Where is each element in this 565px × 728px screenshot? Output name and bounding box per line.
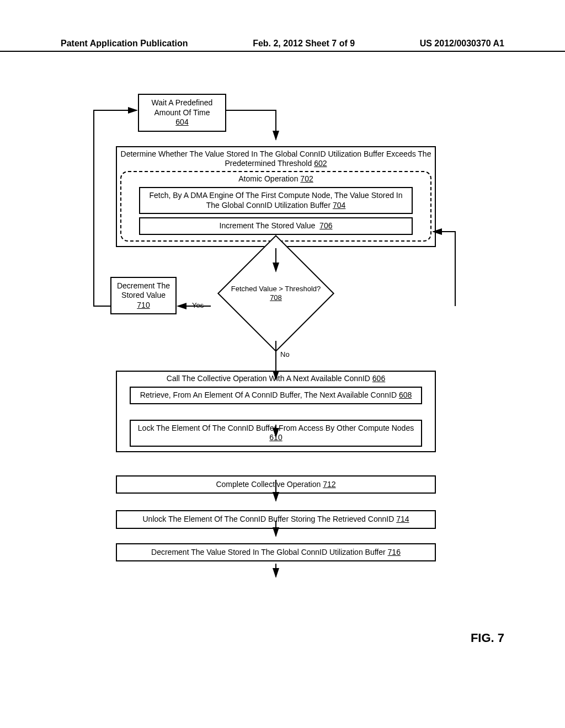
flowchart: Wait A Predefined Amount Of Time 604 Det…	[116, 94, 436, 561]
edge-label-no: No	[280, 350, 290, 358]
decision-708-ref: 708	[270, 293, 282, 302]
box-604: Wait A Predefined Amount Of Time 604	[138, 94, 226, 132]
decision-708-text-wrap: Fetched Value > Threshold? 708	[229, 284, 323, 302]
box-610-ref: 610	[269, 433, 282, 442]
box-604-ref: 604	[175, 117, 188, 126]
box-716-ref: 716	[388, 548, 401, 556]
page-header: Patent Application Publication Feb. 2, 2…	[0, 39, 565, 52]
box-710-text: Decrement The Stored Value	[117, 281, 170, 300]
box-606-text: Call The Collective Operation With A Nex…	[167, 374, 370, 383]
box-702-dashed: Atomic Operation 702 Fetch, By A DMA Eng…	[120, 171, 431, 242]
figure-label: FIG. 7	[471, 631, 504, 645]
box-710: Decrement The Stored Value 710	[110, 277, 177, 315]
box-714-text: Unlock The Element Of The ConnID Buffer …	[142, 515, 394, 523]
box-704-text: Fetch, By A DMA Engine Of The First Comp…	[149, 191, 402, 210]
header-center: Feb. 2, 2012 Sheet 7 of 9	[253, 39, 355, 49]
box-712-ref: 712	[323, 480, 335, 489]
box-706-ref: 706	[319, 221, 332, 230]
box-608-text: Retrieve, From An Element Of A ConnID Bu…	[140, 390, 397, 399]
box-602-titleline: Determine Whether The Value Stored In Th…	[120, 149, 431, 169]
box-702-titleline: Atomic Operation 702	[127, 174, 425, 184]
box-604-text: Wait A Predefined Amount Of Time	[152, 98, 213, 117]
box-706: Increment The Stored Value 706	[139, 217, 413, 235]
decision-708: Fetched Value > Threshold? 708	[210, 260, 342, 326]
box-716-text: Decrement The Value Stored In The Global…	[151, 548, 386, 556]
box-606-titleline: Call The Collective Operation With A Nex…	[120, 374, 431, 384]
header-right: US 2012/0030370 A1	[420, 39, 504, 49]
box-608: Retrieve, From An Element Of A ConnID Bu…	[130, 387, 422, 404]
box-714: Unlock The Element Of The ConnID Buffer …	[116, 510, 436, 529]
box-704-ref: 704	[333, 201, 345, 210]
box-712-text: Complete Collective Operation	[216, 480, 321, 489]
box-610: Lock The Element Of The ConnID Buffer Fr…	[130, 420, 422, 447]
box-606: Call The Collective Operation With A Nex…	[116, 371, 436, 452]
box-608-ref: 608	[399, 390, 412, 399]
box-610-text: Lock The Element Of The ConnID Buffer Fr…	[138, 424, 414, 432]
box-714-ref: 714	[396, 515, 409, 523]
box-702-text: Atomic Operation	[238, 174, 298, 183]
box-716: Decrement The Value Stored In The Global…	[116, 543, 436, 562]
box-704: Fetch, By A DMA Engine Of The First Comp…	[139, 187, 413, 214]
box-602: Determine Whether The Value Stored In Th…	[116, 146, 436, 247]
decision-708-text: Fetched Value > Threshold?	[231, 284, 321, 292]
box-606-ref: 606	[372, 374, 385, 383]
box-602-text: Determine Whether The Value Stored In Th…	[121, 149, 431, 168]
box-702-ref: 702	[300, 174, 313, 183]
box-706-text: Increment The Stored Value	[220, 221, 316, 230]
edge-label-yes: Yes	[192, 301, 204, 309]
box-710-ref: 710	[137, 301, 150, 309]
header-left: Patent Application Publication	[61, 39, 188, 49]
box-712: Complete Collective Operation 712	[116, 475, 436, 494]
box-602-ref: 602	[314, 159, 327, 168]
